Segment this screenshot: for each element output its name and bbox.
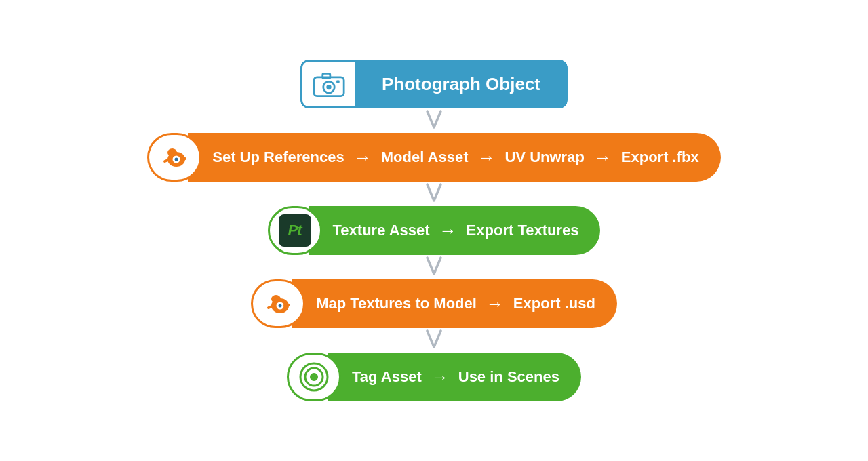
connector-1 bbox=[424, 108, 444, 133]
flow-container: Photograph Object bbox=[147, 60, 720, 401]
photograph-body: Photograph Object bbox=[355, 60, 568, 108]
substance-card: Pt Texture Asset → Export Textures bbox=[268, 206, 601, 255]
chevron-down-icon bbox=[424, 108, 444, 133]
svg-line-9 bbox=[165, 159, 170, 161]
row-sketchfab: Tag Asset → Use in Scenes bbox=[287, 353, 581, 401]
step-export-usd: Export .usd bbox=[513, 295, 595, 313]
arrow-3: → bbox=[594, 147, 612, 168]
row-blender-map: Map Textures to Model → Export .usd bbox=[251, 279, 617, 328]
connector-3 bbox=[424, 255, 444, 279]
svg-line-10 bbox=[181, 159, 185, 159]
connector-4 bbox=[424, 328, 444, 353]
sketchfab-card: Tag Asset → Use in Scenes bbox=[287, 353, 581, 401]
step-texture-asset: Texture Asset bbox=[333, 222, 430, 239]
photograph-label: Photograph Object bbox=[382, 74, 540, 95]
svg-rect-4 bbox=[336, 80, 340, 83]
svg-line-15 bbox=[269, 306, 273, 308]
blender-map-card: Map Textures to Model → Export .usd bbox=[251, 279, 617, 328]
chevron-down-icon-3 bbox=[424, 255, 444, 279]
arrow-4: → bbox=[439, 220, 457, 241]
blender-icon-box-2 bbox=[251, 279, 305, 328]
svg-point-14 bbox=[279, 304, 282, 308]
svg-point-8 bbox=[175, 158, 178, 161]
step-uv-unwrap: UV Unwrap bbox=[505, 148, 584, 166]
step-set-up-references: Set Up References bbox=[212, 148, 344, 166]
pt-icon-box: Pt bbox=[268, 206, 322, 255]
blender-icon-box-1 bbox=[147, 133, 201, 182]
step-export-textures: Export Textures bbox=[467, 222, 579, 239]
row-substance: Pt Texture Asset → Export Textures bbox=[268, 206, 601, 255]
step-export-fbx: Export .fbx bbox=[621, 148, 699, 166]
arrow-2: → bbox=[477, 147, 495, 168]
substance-body: Texture Asset → Export Textures bbox=[309, 206, 601, 255]
blender-main-card: Set Up References → Model Asset → UV Unw… bbox=[147, 133, 720, 182]
step-model-asset: Model Asset bbox=[381, 148, 469, 166]
blender-main-body: Set Up References → Model Asset → UV Unw… bbox=[188, 133, 720, 182]
svg-rect-3 bbox=[322, 73, 330, 78]
connector-2 bbox=[424, 182, 444, 206]
step-tag-asset: Tag Asset bbox=[352, 368, 422, 386]
sketchfab-icon-box bbox=[287, 353, 341, 401]
svg-point-6 bbox=[167, 148, 177, 157]
step-map-textures: Map Textures to Model bbox=[316, 295, 477, 313]
step-use-in-scenes: Use in Scenes bbox=[458, 368, 559, 386]
chevron-down-icon-2 bbox=[424, 182, 444, 206]
arrow-5: → bbox=[486, 294, 504, 315]
camera-icon-box bbox=[300, 60, 355, 108]
svg-point-19 bbox=[310, 373, 318, 381]
blender-map-body: Map Textures to Model → Export .usd bbox=[292, 279, 617, 328]
photograph-card: Photograph Object bbox=[300, 60, 568, 108]
pt-logo: Pt bbox=[279, 214, 311, 247]
arrow-6: → bbox=[431, 367, 449, 388]
camera-icon bbox=[313, 71, 345, 98]
row-photograph: Photograph Object bbox=[300, 60, 568, 108]
chevron-down-icon-4 bbox=[424, 328, 444, 353]
arrow-1: → bbox=[354, 147, 372, 168]
row-blender-main: Set Up References → Model Asset → UV Unw… bbox=[147, 133, 720, 182]
svg-line-16 bbox=[285, 305, 289, 306]
blender-logo-1 bbox=[158, 141, 191, 174]
svg-point-12 bbox=[271, 295, 281, 303]
sketchfab-logo bbox=[298, 361, 330, 393]
blender-logo-2 bbox=[262, 287, 294, 320]
sketchfab-body: Tag Asset → Use in Scenes bbox=[328, 353, 581, 401]
svg-point-2 bbox=[326, 85, 331, 89]
